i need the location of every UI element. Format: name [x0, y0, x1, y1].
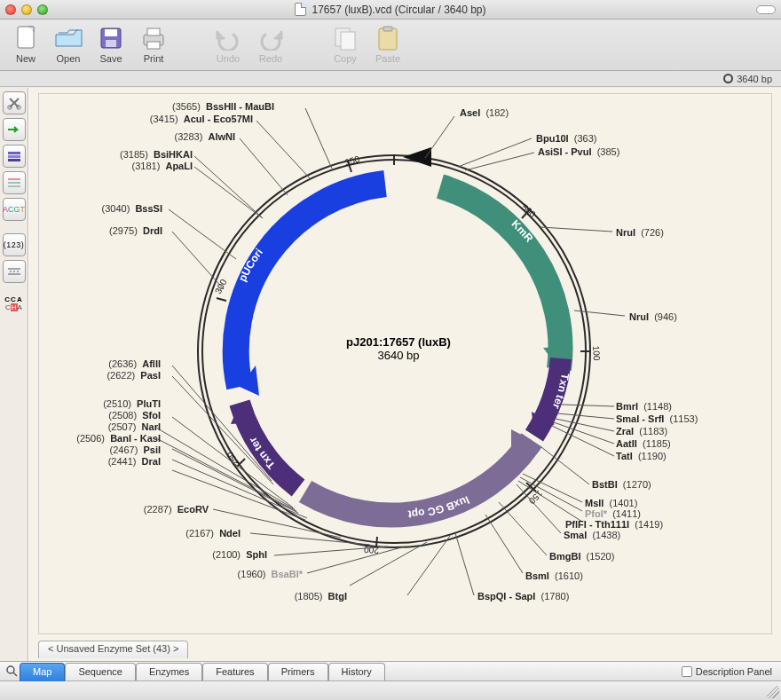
- toolbar-toggle-pill[interactable]: [756, 5, 776, 14]
- site-nari: (2507) NarI: [108, 421, 161, 432]
- svg-text:2000: 2000: [39, 94, 379, 555]
- svg-line-28: [376, 537, 377, 547]
- site-asei: AseI (182): [460, 107, 509, 118]
- tool-cca[interactable]: CCA CHA: [4, 295, 22, 311]
- site-sfoi: (2508) SfoI: [108, 410, 161, 421]
- length-readout: 3640 bp: [737, 74, 772, 84]
- svg-rect-15: [8, 159, 20, 161]
- svg-rect-2: [105, 29, 117, 36]
- search-icon[interactable]: [4, 662, 20, 680]
- site-bmgbi: BmgBI (1520): [549, 551, 614, 562]
- svg-rect-3: [106, 40, 116, 47]
- svg-line-56: [557, 413, 614, 419]
- svg-line-85: [194, 156, 263, 218]
- site-pasi: (2622) PasI: [106, 370, 161, 381]
- infobar: 3640 bp: [0, 71, 781, 87]
- site-ndei: (2167) NdeI: [185, 528, 241, 539]
- site-ecorv: (2287) EcoRV: [144, 504, 209, 515]
- copy-button[interactable]: Copy: [330, 23, 360, 64]
- open-button[interactable]: Open: [53, 23, 83, 64]
- bottom-bar: Map Sequence Enzymes Features Primers Hi…: [0, 661, 781, 700]
- svg-line-90: [13, 672, 17, 676]
- tool-123[interactable]: (123): [3, 233, 26, 256]
- tool-bars[interactable]: [3, 260, 26, 283]
- svg-point-89: [7, 666, 14, 673]
- new-button[interactable]: New: [11, 23, 41, 64]
- site-nrui-1: NruI (726): [616, 227, 664, 238]
- svg-line-88: [305, 108, 332, 169]
- site-alwni: (3283) AlwNI: [175, 131, 235, 142]
- site-aflii: (2636) AflII: [108, 358, 161, 369]
- svg-line-53: [540, 227, 612, 232]
- svg-line-57: [556, 419, 614, 431]
- tab-sequence[interactable]: Sequence: [65, 663, 136, 681]
- site-drai: (2441) DraI: [108, 456, 161, 467]
- svg-text:3000: 3000: [39, 94, 229, 295]
- site-drdi: (2975) DrdI: [109, 225, 162, 236]
- svg-rect-0: [18, 27, 34, 48]
- site-aatii: AatII (1185): [616, 438, 671, 449]
- svg-line-83: [169, 209, 236, 259]
- site-bstbi: BstBI (1270): [592, 479, 651, 490]
- tool-stack[interactable]: [3, 145, 26, 168]
- site-zrai: ZraI (1183): [616, 426, 667, 437]
- tab-features[interactable]: Features: [202, 663, 267, 681]
- view-tabs: Map Sequence Enzymes Features Primers Hi…: [0, 661, 781, 680]
- window-title: 17657 (luxB).vcd (Circular / 3640 bp): [0, 3, 781, 16]
- site-msli: MslI (1401): [585, 498, 637, 508]
- site-bsabi: (1960) BsaBI*: [238, 569, 303, 579]
- svg-line-66: [485, 515, 523, 573]
- site-bmri: BmrI (1148): [616, 401, 672, 412]
- plasmid-map: 500 1000 1500 2000 2500 3000 3500: [39, 94, 776, 644]
- tab-map[interactable]: Map: [20, 663, 65, 681]
- svg-rect-14: [8, 155, 20, 158]
- plasmid-center-label: pJ201:17657 (luxB) 3640 bp: [305, 335, 492, 362]
- checkbox-icon: [682, 666, 692, 677]
- tab-enzymes[interactable]: Enzymes: [136, 663, 202, 681]
- map-canvas-inner: 500 1000 1500 2000 2500 3000 3500: [38, 93, 772, 634]
- svg-line-50: [425, 116, 454, 158]
- site-pluti: (2510) PluTI: [103, 398, 161, 409]
- enzyme-set-tab[interactable]: < Unsaved Enzyme Set (43) >: [38, 641, 188, 658]
- site-psii: (2467) PsiI: [110, 444, 162, 455]
- window-title-text: 17657 (luxB).vcd (Circular / 3640 bp): [312, 4, 485, 16]
- tool-arrow[interactable]: [3, 118, 26, 141]
- svg-rect-6: [147, 42, 160, 49]
- svg-rect-5: [147, 28, 160, 35]
- svg-rect-13: [8, 152, 20, 154]
- save-button[interactable]: Save: [96, 23, 126, 64]
- tool-lines[interactable]: [3, 171, 26, 194]
- svg-rect-10: [383, 27, 392, 31]
- resize-grip[interactable]: [767, 686, 779, 698]
- site-bspqi: BspQI - SapI (1780): [477, 591, 569, 602]
- statusbar: [0, 680, 781, 700]
- tool-acgt[interactable]: ACGT: [3, 198, 26, 221]
- main-area: ACGT (123) CCA CHA: [0, 88, 781, 661]
- site-pflfi: PflFI - Tth111I (1419): [565, 519, 663, 530]
- site-apali: (3181) ApaLI: [132, 161, 193, 171]
- site-tati: TatI (1190): [616, 451, 667, 461]
- site-nrui-2: NruI (946): [629, 311, 677, 322]
- tool-scissors[interactable]: [3, 91, 26, 114]
- site-bsmi: BsmI (1610): [525, 570, 583, 581]
- site-sphi: (2100) SphI: [212, 549, 267, 560]
- site-btgi: (1805) BtgI: [295, 591, 347, 602]
- tab-history[interactable]: History: [328, 663, 385, 681]
- svg-line-59: [552, 426, 614, 456]
- redo-button[interactable]: Redo: [256, 23, 286, 64]
- map-canvas[interactable]: 500 1000 1500 2000 2500 3000 3500: [28, 88, 781, 661]
- undo-button[interactable]: Undo: [213, 23, 243, 64]
- tab-primers[interactable]: Primers: [268, 663, 328, 681]
- site-smai: SmaI (1438): [564, 530, 620, 540]
- svg-rect-9: [379, 28, 397, 50]
- site-bsssi: (3040) BssSI: [102, 203, 163, 214]
- svg-rect-8: [341, 32, 355, 50]
- site-bsshii: (3565) BssHII - MauBI: [172, 101, 274, 112]
- site-acui: (3415) AcuI - Eco57MI: [150, 114, 253, 124]
- print-button[interactable]: Print: [138, 23, 169, 64]
- svg-line-30: [217, 298, 226, 301]
- document-icon: [295, 3, 306, 16]
- description-panel-toggle[interactable]: Description Panel: [682, 662, 781, 680]
- paste-button[interactable]: Paste: [373, 23, 403, 64]
- site-smai-srfi: SmaI - SrfI (1153): [616, 413, 698, 424]
